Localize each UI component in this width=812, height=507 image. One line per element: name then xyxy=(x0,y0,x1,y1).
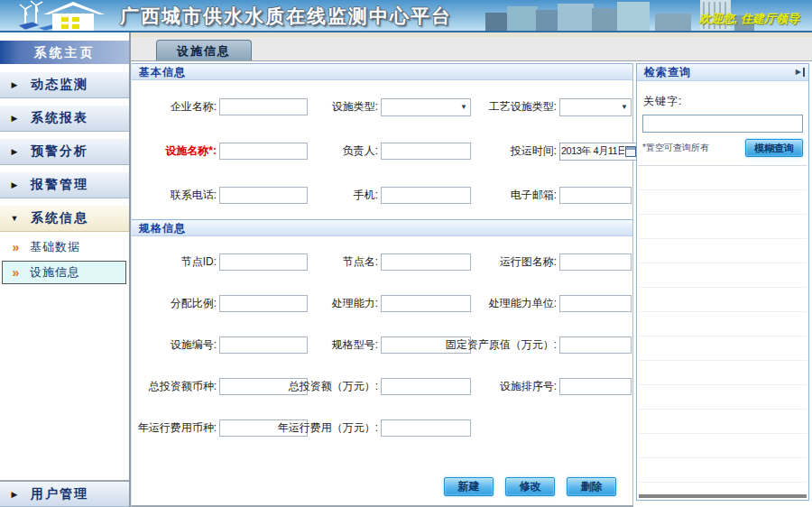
facility-no-label: 设施编号: xyxy=(134,337,219,353)
modify-button[interactable]: 修改 xyxy=(505,477,555,496)
field-capacity: 处理能力: xyxy=(310,295,475,312)
start-date-value: 2013年 4月11日 xyxy=(561,144,624,158)
invest-currency-label: 总投资额币种: xyxy=(134,379,219,394)
form-actions: 新建 修改 删除 xyxy=(132,477,632,496)
tab-bar: 设施信息 xyxy=(131,37,812,61)
mobile-input[interactable] xyxy=(381,187,471,204)
node-id-input[interactable] xyxy=(219,254,308,271)
tab-facility-info[interactable]: 设施信息 xyxy=(156,40,252,60)
facility-name-input[interactable] xyxy=(219,143,308,160)
chevron-down-icon: ▼ xyxy=(0,214,31,223)
annual-cost-label: 年运行费用（万元）: xyxy=(310,420,381,436)
sidebar-item-system-reports[interactable]: ▶ 系统报表 xyxy=(0,105,129,132)
horizontal-scrollbar[interactable] xyxy=(639,494,807,498)
sidebar-item-label: 系统信息 xyxy=(31,210,88,226)
field-manager: 负责人: xyxy=(310,143,475,160)
sidebar-item-alarm-management[interactable]: ▶ 报警管理 xyxy=(0,171,129,198)
search-panel-body: 关键字: *置空可查询所有 模糊查询 xyxy=(637,81,808,157)
dropdown-arrow-icon: ▼ xyxy=(618,103,631,111)
email-label: 电子邮箱: xyxy=(475,188,559,203)
field-asset-value: 固定资产原值（万元）: xyxy=(475,336,634,354)
asset-value-input[interactable] xyxy=(559,336,632,354)
keyword-input[interactable] xyxy=(642,115,803,133)
phone-input[interactable] xyxy=(219,187,308,204)
field-company: 企业名称: xyxy=(134,98,310,115)
order-no-input[interactable] xyxy=(559,378,632,395)
fuzzy-search-button[interactable]: 模糊查询 xyxy=(745,139,803,157)
basic-info-section-header: 基本信息 xyxy=(132,63,632,80)
delete-button[interactable]: 删除 xyxy=(567,477,616,496)
order-no-label: 设施排序号: xyxy=(475,379,559,394)
field-phone: 联系电话: xyxy=(134,187,310,204)
ratio-input[interactable] xyxy=(219,295,308,312)
annual-cost-input[interactable] xyxy=(381,419,471,437)
capacity-unit-input[interactable] xyxy=(559,295,632,312)
mobile-label: 手机: xyxy=(310,188,381,203)
app-header: 广西城市供水水质在线监测中心平台 欢迎您, 住建厅领导 xyxy=(0,0,812,31)
facility-no-input[interactable] xyxy=(219,336,308,354)
double-chevron-icon: » xyxy=(3,266,30,279)
phone-label: 联系电话: xyxy=(134,188,219,203)
run-map-input[interactable] xyxy=(559,254,632,271)
dropdown-arrow-icon: ▼ xyxy=(457,103,470,111)
chevron-right-icon: ▶ xyxy=(0,114,31,123)
invest-total-label: 总投资额（万元）: xyxy=(310,379,381,394)
sidebar-item-warning-analysis[interactable]: ▶ 预警分析 xyxy=(0,138,129,165)
node-name-label: 节点名: xyxy=(310,254,381,270)
calendar-icon xyxy=(625,146,636,157)
field-facility-name: 设施名称*: xyxy=(134,143,310,160)
facility-name-required-label: 设施名称*: xyxy=(134,143,219,159)
sidebar-item-dynamic-monitoring[interactable]: ▶ 动态监测 xyxy=(0,71,129,98)
sidebar-item-user-management[interactable]: ▶ 用户管理 xyxy=(0,480,129,507)
chevron-right-icon: ▶ xyxy=(0,490,31,499)
field-node-id: 节点ID: xyxy=(134,254,310,271)
field-invest-currency: 总投资额币种: xyxy=(134,378,310,395)
sidebar-item-label: 系统报表 xyxy=(31,110,88,126)
search-panel-title: 检索查询 xyxy=(644,64,796,80)
asset-value-label: 固定资产原值（万元）: xyxy=(475,337,559,353)
content-area: 设施信息 基本信息 企业名称: 设施类型: xyxy=(131,32,812,507)
sidebar-item-system-info[interactable]: ▼ 系统信息 xyxy=(0,205,129,232)
app-logo-icon xyxy=(16,0,120,31)
start-date-picker[interactable]: 2013年 4月11日 ▼ xyxy=(559,143,646,161)
field-invest-total: 总投资额（万元）: xyxy=(310,378,475,395)
facility-type-select[interactable]: ▼ xyxy=(381,98,471,116)
field-facility-type: 设施类型: ▼ xyxy=(310,98,475,116)
basic-info-form: 企业名称: 设施类型: ▼ 工艺设施类型 xyxy=(132,80,632,219)
field-mobile: 手机: xyxy=(310,187,475,204)
facility-form-panel: 基本信息 企业名称: 设施类型: ▼ xyxy=(131,63,633,507)
process-type-select[interactable]: ▼ xyxy=(559,98,632,116)
invest-total-input[interactable] xyxy=(381,378,471,395)
sidebar-subitem-label: 设施信息 xyxy=(30,264,80,281)
sidebar-subitem-basic-data[interactable]: » 基础数据 xyxy=(2,235,126,259)
welcome-text: 欢迎您, 住建厅领导 xyxy=(699,11,799,27)
manager-input[interactable] xyxy=(381,143,471,160)
chevron-right-icon: ▶ xyxy=(0,80,31,89)
sidebar-item-label: 用户管理 xyxy=(31,486,88,502)
app-title: 广西城市供水水质在线监测中心平台 xyxy=(120,4,452,29)
company-input[interactable] xyxy=(219,98,308,115)
manager-label: 负责人: xyxy=(310,143,381,159)
search-hint-text: *置空可查询所有 xyxy=(642,142,709,154)
field-run-map-name: 运行图名称: xyxy=(475,254,634,271)
search-results-list xyxy=(638,165,807,493)
field-capacity-unit: 处理能力单位: xyxy=(475,295,634,312)
node-name-input[interactable] xyxy=(381,254,471,271)
application-window: 广西城市供水水质在线监测中心平台 欢迎您, 住建厅领导 系统主页 ▶ 动态监测 xyxy=(0,0,812,507)
search-panel-header: 检索查询 ▶ xyxy=(637,64,808,81)
field-process-type: 工艺设施类型: ▼ xyxy=(475,98,634,116)
sidebar-item-home[interactable]: 系统主页 xyxy=(0,41,129,64)
capacity-input[interactable] xyxy=(381,295,471,312)
add-button[interactable]: 新建 xyxy=(444,477,494,496)
email-input[interactable] xyxy=(559,187,632,204)
facility-type-label: 设施类型: xyxy=(310,99,381,115)
sidebar-subitem-label: 基础数据 xyxy=(30,239,80,255)
collapse-panel-icon[interactable]: ▶ xyxy=(796,68,805,77)
sidebar-subitem-facility-info[interactable]: » 设施信息 xyxy=(2,261,126,284)
company-label: 企业名称: xyxy=(134,99,219,115)
sidebar-item-label: 预警分析 xyxy=(31,143,88,160)
double-chevron-icon: » xyxy=(3,241,30,254)
cost-currency-label: 年运行费用币种: xyxy=(134,420,219,436)
process-type-label: 工艺设施类型: xyxy=(475,99,559,115)
field-facility-no: 设施编号: xyxy=(134,336,310,354)
